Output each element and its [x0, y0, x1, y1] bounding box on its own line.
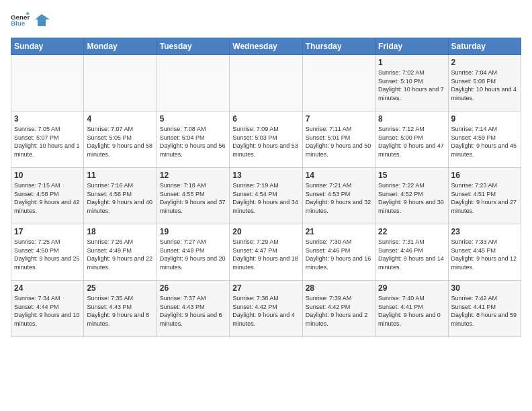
day-cell: 17Sunrise: 7:25 AM Sunset: 4:50 PM Dayli…	[11, 224, 84, 281]
day-cell: 7Sunrise: 7:11 AM Sunset: 5:01 PM Daylig…	[302, 111, 375, 168]
day-cell: 16Sunrise: 7:23 AM Sunset: 4:51 PM Dayli…	[448, 168, 521, 224]
day-info: Sunrise: 7:26 AM Sunset: 4:49 PM Dayligh…	[87, 238, 153, 271]
day-number: 6	[232, 114, 299, 124]
day-info: Sunrise: 7:16 AM Sunset: 4:56 PM Dayligh…	[87, 181, 153, 215]
day-info: Sunrise: 7:08 AM Sunset: 5:04 PM Dayligh…	[160, 125, 226, 158]
day-number: 3	[14, 114, 81, 124]
day-cell: 11Sunrise: 7:16 AM Sunset: 4:56 PM Dayli…	[84, 168, 157, 224]
day-number: 9	[451, 114, 518, 124]
day-info: Sunrise: 7:25 AM Sunset: 4:50 PM Dayligh…	[14, 238, 81, 271]
day-number: 24	[14, 283, 81, 293]
day-cell: 18Sunrise: 7:26 AM Sunset: 4:49 PM Dayli…	[84, 224, 157, 281]
day-number: 16	[451, 171, 518, 180]
day-info: Sunrise: 7:18 AM Sunset: 4:55 PM Dayligh…	[160, 181, 226, 215]
day-info: Sunrise: 7:27 AM Sunset: 4:48 PM Dayligh…	[160, 238, 226, 271]
day-cell: 26Sunrise: 7:37 AM Sunset: 4:43 PM Dayli…	[157, 281, 229, 337]
calendar-table: SundayMondayTuesdayWednesdayThursdayFrid…	[11, 38, 521, 337]
day-info: Sunrise: 7:29 AM Sunset: 4:47 PM Dayligh…	[232, 238, 299, 271]
header-row: SundayMondayTuesdayWednesdayThursdayFrid…	[11, 38, 521, 55]
day-cell	[84, 55, 157, 111]
day-info: Sunrise: 7:35 AM Sunset: 4:43 PM Dayligh…	[87, 294, 153, 328]
day-info: Sunrise: 7:04 AM Sunset: 5:08 PM Dayligh…	[451, 68, 518, 102]
day-number: 30	[451, 283, 518, 293]
day-number: 8	[378, 114, 445, 124]
day-cell: 15Sunrise: 7:22 AM Sunset: 4:52 PM Dayli…	[375, 168, 448, 224]
day-info: Sunrise: 7:22 AM Sunset: 4:52 PM Dayligh…	[378, 181, 445, 215]
day-cell: 2Sunrise: 7:04 AM Sunset: 5:08 PM Daylig…	[448, 55, 521, 111]
day-info: Sunrise: 7:23 AM Sunset: 4:51 PM Dayligh…	[451, 181, 518, 215]
calendar-body: 1Sunrise: 7:02 AM Sunset: 5:10 PM Daylig…	[11, 55, 521, 337]
week-row-1: 3Sunrise: 7:05 AM Sunset: 5:07 PM Daylig…	[11, 111, 521, 168]
day-cell: 21Sunrise: 7:30 AM Sunset: 4:46 PM Dayli…	[302, 224, 375, 281]
day-number: 11	[87, 171, 153, 180]
day-cell: 3Sunrise: 7:05 AM Sunset: 5:07 PM Daylig…	[11, 111, 84, 168]
day-info: Sunrise: 7:05 AM Sunset: 5:07 PM Dayligh…	[14, 125, 81, 158]
day-number: 28	[306, 283, 372, 293]
day-info: Sunrise: 7:30 AM Sunset: 4:46 PM Dayligh…	[306, 238, 372, 271]
day-cell: 23Sunrise: 7:33 AM Sunset: 4:45 PM Dayli…	[448, 224, 521, 281]
header: General Blue	[11, 11, 521, 30]
header-day-thursday: Thursday	[302, 38, 375, 55]
day-info: Sunrise: 7:19 AM Sunset: 4:54 PM Dayligh…	[232, 181, 299, 215]
day-cell	[302, 55, 375, 111]
week-row-0: 1Sunrise: 7:02 AM Sunset: 5:10 PM Daylig…	[11, 55, 521, 111]
day-number: 23	[451, 227, 518, 236]
day-cell: 1Sunrise: 7:02 AM Sunset: 5:10 PM Daylig…	[375, 55, 448, 111]
day-info: Sunrise: 7:37 AM Sunset: 4:43 PM Dayligh…	[160, 294, 226, 328]
day-cell: 12Sunrise: 7:18 AM Sunset: 4:55 PM Dayli…	[157, 168, 229, 224]
day-number: 5	[160, 114, 226, 124]
logo-icon: General Blue	[11, 11, 30, 30]
day-info: Sunrise: 7:40 AM Sunset: 4:41 PM Dayligh…	[378, 294, 445, 328]
day-number: 19	[160, 227, 226, 236]
day-number: 22	[378, 227, 445, 236]
day-number: 13	[232, 171, 299, 180]
day-cell: 14Sunrise: 7:21 AM Sunset: 4:53 PM Dayli…	[302, 168, 375, 224]
svg-text:Blue: Blue	[11, 19, 26, 27]
header-day-wednesday: Wednesday	[230, 38, 302, 55]
day-info: Sunrise: 7:02 AM Sunset: 5:10 PM Dayligh…	[378, 68, 445, 102]
day-cell: 29Sunrise: 7:40 AM Sunset: 4:41 PM Dayli…	[375, 281, 448, 337]
day-cell: 24Sunrise: 7:34 AM Sunset: 4:44 PM Dayli…	[11, 281, 84, 337]
day-info: Sunrise: 7:42 AM Sunset: 4:41 PM Dayligh…	[451, 294, 518, 328]
day-info: Sunrise: 7:21 AM Sunset: 4:53 PM Dayligh…	[306, 181, 372, 215]
header-day-monday: Monday	[84, 38, 157, 55]
day-cell: 28Sunrise: 7:39 AM Sunset: 4:42 PM Dayli…	[302, 281, 375, 337]
day-cell: 4Sunrise: 7:07 AM Sunset: 5:05 PM Daylig…	[84, 111, 157, 168]
day-number: 26	[160, 283, 226, 293]
calendar-header: SundayMondayTuesdayWednesdayThursdayFrid…	[11, 38, 521, 55]
header-day-tuesday: Tuesday	[157, 38, 229, 55]
svg-marker-3	[35, 14, 50, 26]
logo-triangle-icon	[35, 13, 50, 28]
day-cell	[230, 55, 302, 111]
day-info: Sunrise: 7:38 AM Sunset: 4:42 PM Dayligh…	[232, 294, 299, 328]
day-number: 1	[378, 58, 445, 67]
day-number: 14	[306, 171, 372, 180]
day-number: 17	[14, 227, 81, 236]
day-info: Sunrise: 7:07 AM Sunset: 5:05 PM Dayligh…	[87, 125, 153, 158]
day-number: 29	[378, 283, 445, 293]
day-cell: 20Sunrise: 7:29 AM Sunset: 4:47 PM Dayli…	[230, 224, 302, 281]
day-info: Sunrise: 7:34 AM Sunset: 4:44 PM Dayligh…	[14, 294, 81, 328]
day-number: 20	[232, 227, 299, 236]
day-number: 10	[14, 171, 81, 180]
day-number: 21	[306, 227, 372, 236]
day-number: 25	[87, 283, 153, 293]
day-cell: 19Sunrise: 7:27 AM Sunset: 4:48 PM Dayli…	[157, 224, 229, 281]
header-day-sunday: Sunday	[11, 38, 84, 55]
day-info: Sunrise: 7:12 AM Sunset: 5:00 PM Dayligh…	[378, 125, 445, 158]
day-cell: 10Sunrise: 7:15 AM Sunset: 4:58 PM Dayli…	[11, 168, 84, 224]
day-cell: 8Sunrise: 7:12 AM Sunset: 5:00 PM Daylig…	[375, 111, 448, 168]
day-number: 2	[451, 58, 518, 67]
day-cell: 9Sunrise: 7:14 AM Sunset: 4:59 PM Daylig…	[448, 111, 521, 168]
day-info: Sunrise: 7:14 AM Sunset: 4:59 PM Dayligh…	[451, 125, 518, 158]
day-info: Sunrise: 7:09 AM Sunset: 5:03 PM Dayligh…	[232, 125, 299, 158]
day-info: Sunrise: 7:39 AM Sunset: 4:42 PM Dayligh…	[306, 294, 372, 328]
header-day-friday: Friday	[375, 38, 448, 55]
calendar-container: General Blue SundayMondayTuesdayWednesda…	[0, 0, 532, 344]
day-cell	[11, 55, 84, 111]
day-cell: 25Sunrise: 7:35 AM Sunset: 4:43 PM Dayli…	[84, 281, 157, 337]
day-cell: 22Sunrise: 7:31 AM Sunset: 4:46 PM Dayli…	[375, 224, 448, 281]
day-cell: 5Sunrise: 7:08 AM Sunset: 5:04 PM Daylig…	[157, 111, 229, 168]
day-number: 12	[160, 171, 226, 180]
week-row-3: 17Sunrise: 7:25 AM Sunset: 4:50 PM Dayli…	[11, 224, 521, 281]
